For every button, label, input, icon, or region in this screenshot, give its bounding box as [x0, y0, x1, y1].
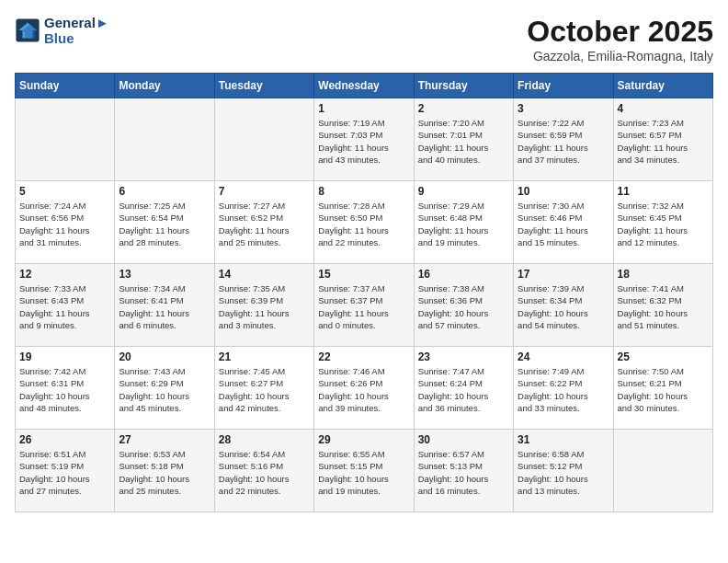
calendar-cell: 27Sunrise: 6:53 AM Sunset: 5:18 PM Dayli…: [115, 430, 214, 512]
day-info: Sunrise: 7:42 AM Sunset: 6:31 PM Dayligh…: [19, 365, 110, 414]
day-number: 11: [618, 185, 709, 198]
calendar-cell: [214, 98, 313, 181]
calendar-week-row: 12Sunrise: 7:33 AM Sunset: 6:43 PM Dayli…: [16, 264, 713, 347]
calendar-cell: 5Sunrise: 7:24 AM Sunset: 6:56 PM Daylig…: [16, 181, 115, 264]
logo: General► Blue: [15, 15, 109, 46]
calendar-cell: 4Sunrise: 7:23 AM Sunset: 6:57 PM Daylig…: [613, 98, 712, 181]
day-number: 19: [19, 350, 110, 363]
title-block: October 2025 Gazzola, Emilia-Romagna, It…: [527, 15, 713, 63]
day-number: 29: [318, 433, 409, 446]
day-info: Sunrise: 6:57 AM Sunset: 5:13 PM Dayligh…: [418, 448, 509, 497]
day-info: Sunrise: 7:35 AM Sunset: 6:39 PM Dayligh…: [219, 282, 310, 331]
day-info: Sunrise: 7:45 AM Sunset: 6:27 PM Dayligh…: [219, 365, 310, 414]
month-title: October 2025: [527, 15, 713, 49]
day-info: Sunrise: 7:24 AM Sunset: 6:56 PM Dayligh…: [19, 200, 110, 248]
calendar-cell: 18Sunrise: 7:41 AM Sunset: 6:32 PM Dayli…: [613, 264, 712, 347]
calendar-cell: 30Sunrise: 6:57 AM Sunset: 5:13 PM Dayli…: [414, 430, 513, 512]
day-number: 26: [19, 433, 110, 446]
calendar-cell: [613, 430, 712, 512]
column-header-tuesday: Tuesday: [214, 74, 313, 98]
day-info: Sunrise: 7:23 AM Sunset: 6:57 PM Dayligh…: [618, 117, 709, 166]
calendar-body: 1Sunrise: 7:19 AM Sunset: 7:03 PM Daylig…: [16, 98, 713, 512]
calendar-cell: 2Sunrise: 7:20 AM Sunset: 7:01 PM Daylig…: [414, 98, 513, 181]
day-number: 9: [418, 185, 509, 198]
day-info: Sunrise: 7:38 AM Sunset: 6:36 PM Dayligh…: [418, 282, 509, 331]
calendar-cell: 9Sunrise: 7:29 AM Sunset: 6:48 PM Daylig…: [414, 181, 513, 264]
day-info: Sunrise: 7:28 AM Sunset: 6:50 PM Dayligh…: [318, 200, 409, 248]
calendar-cell: 24Sunrise: 7:49 AM Sunset: 6:22 PM Dayli…: [514, 347, 613, 430]
day-number: 13: [119, 268, 210, 281]
calendar-cell: 22Sunrise: 7:46 AM Sunset: 6:26 PM Dayli…: [314, 347, 414, 430]
day-info: Sunrise: 7:50 AM Sunset: 6:21 PM Dayligh…: [618, 365, 709, 414]
calendar-cell: 11Sunrise: 7:32 AM Sunset: 6:45 PM Dayli…: [613, 181, 712, 264]
day-info: Sunrise: 7:47 AM Sunset: 6:24 PM Dayligh…: [418, 365, 509, 414]
calendar-cell: 12Sunrise: 7:33 AM Sunset: 6:43 PM Dayli…: [16, 264, 115, 347]
day-info: Sunrise: 7:43 AM Sunset: 6:29 PM Dayligh…: [119, 365, 210, 414]
day-info: Sunrise: 7:27 AM Sunset: 6:52 PM Dayligh…: [219, 200, 310, 248]
day-number: 12: [19, 268, 110, 281]
day-info: Sunrise: 7:32 AM Sunset: 6:45 PM Dayligh…: [618, 200, 709, 248]
day-info: Sunrise: 7:46 AM Sunset: 6:26 PM Dayligh…: [318, 365, 409, 414]
column-header-friday: Friday: [514, 74, 613, 98]
calendar-cell: 10Sunrise: 7:30 AM Sunset: 6:46 PM Dayli…: [514, 181, 613, 264]
calendar-cell: 15Sunrise: 7:37 AM Sunset: 6:37 PM Dayli…: [314, 264, 414, 347]
location: Gazzola, Emilia-Romagna, Italy: [527, 49, 713, 63]
day-info: Sunrise: 7:49 AM Sunset: 6:22 PM Dayligh…: [518, 365, 609, 414]
day-info: Sunrise: 7:30 AM Sunset: 6:46 PM Dayligh…: [518, 200, 609, 248]
calendar-cell: 1Sunrise: 7:19 AM Sunset: 7:03 PM Daylig…: [314, 98, 414, 181]
calendar-cell: 20Sunrise: 7:43 AM Sunset: 6:29 PM Dayli…: [115, 347, 214, 430]
day-number: 3: [518, 102, 609, 115]
day-info: Sunrise: 6:58 AM Sunset: 5:12 PM Dayligh…: [518, 448, 609, 497]
day-info: Sunrise: 7:39 AM Sunset: 6:34 PM Dayligh…: [518, 282, 609, 331]
day-number: 7: [219, 185, 310, 198]
column-header-saturday: Saturday: [613, 74, 712, 98]
calendar-cell: 21Sunrise: 7:45 AM Sunset: 6:27 PM Dayli…: [214, 347, 313, 430]
day-number: 18: [618, 268, 709, 281]
calendar-cell: 17Sunrise: 7:39 AM Sunset: 6:34 PM Dayli…: [514, 264, 613, 347]
day-number: 6: [119, 185, 210, 198]
day-number: 1: [318, 102, 409, 115]
calendar-cell: 19Sunrise: 7:42 AM Sunset: 6:31 PM Dayli…: [16, 347, 115, 430]
day-info: Sunrise: 7:33 AM Sunset: 6:43 PM Dayligh…: [19, 282, 110, 331]
day-number: 21: [219, 350, 310, 363]
calendar-week-row: 1Sunrise: 7:19 AM Sunset: 7:03 PM Daylig…: [16, 98, 713, 181]
column-header-sunday: Sunday: [16, 74, 115, 98]
calendar-cell: 13Sunrise: 7:34 AM Sunset: 6:41 PM Dayli…: [115, 264, 214, 347]
calendar-cell: 26Sunrise: 6:51 AM Sunset: 5:19 PM Dayli…: [16, 430, 115, 512]
calendar-header-row: SundayMondayTuesdayWednesdayThursdayFrid…: [16, 74, 713, 98]
day-info: Sunrise: 6:51 AM Sunset: 5:19 PM Dayligh…: [19, 448, 110, 497]
day-info: Sunrise: 6:55 AM Sunset: 5:15 PM Dayligh…: [318, 448, 409, 497]
day-info: Sunrise: 6:53 AM Sunset: 5:18 PM Dayligh…: [119, 448, 210, 497]
day-info: Sunrise: 7:20 AM Sunset: 7:01 PM Dayligh…: [418, 117, 509, 166]
day-info: Sunrise: 7:22 AM Sunset: 6:59 PM Dayligh…: [518, 117, 609, 166]
day-info: Sunrise: 7:19 AM Sunset: 7:03 PM Dayligh…: [318, 117, 409, 166]
logo-text: General► Blue: [44, 15, 109, 46]
calendar-cell: 31Sunrise: 6:58 AM Sunset: 5:12 PM Dayli…: [514, 430, 613, 512]
day-info: Sunrise: 6:54 AM Sunset: 5:16 PM Dayligh…: [219, 448, 310, 497]
page-header: General► Blue October 2025 Gazzola, Emil…: [15, 15, 713, 63]
calendar-cell: 16Sunrise: 7:38 AM Sunset: 6:36 PM Dayli…: [414, 264, 513, 347]
day-number: 25: [618, 350, 709, 363]
day-number: 22: [318, 350, 409, 363]
day-number: 30: [418, 433, 509, 446]
day-info: Sunrise: 7:41 AM Sunset: 6:32 PM Dayligh…: [618, 282, 709, 331]
column-header-wednesday: Wednesday: [314, 74, 414, 98]
day-info: Sunrise: 7:29 AM Sunset: 6:48 PM Dayligh…: [418, 200, 509, 248]
calendar-cell: [16, 98, 115, 181]
day-info: Sunrise: 7:34 AM Sunset: 6:41 PM Dayligh…: [119, 282, 210, 331]
column-header-monday: Monday: [115, 74, 214, 98]
calendar-cell: 14Sunrise: 7:35 AM Sunset: 6:39 PM Dayli…: [214, 264, 313, 347]
calendar-cell: 7Sunrise: 7:27 AM Sunset: 6:52 PM Daylig…: [214, 181, 313, 264]
day-number: 14: [219, 268, 310, 281]
day-number: 17: [518, 268, 609, 281]
day-number: 23: [418, 350, 509, 363]
calendar-week-row: 5Sunrise: 7:24 AM Sunset: 6:56 PM Daylig…: [16, 181, 713, 264]
day-number: 31: [518, 433, 609, 446]
day-number: 4: [618, 102, 709, 115]
calendar-cell: 25Sunrise: 7:50 AM Sunset: 6:21 PM Dayli…: [613, 347, 712, 430]
day-number: 27: [119, 433, 210, 446]
day-number: 15: [318, 268, 409, 281]
day-info: Sunrise: 7:25 AM Sunset: 6:54 PM Dayligh…: [119, 200, 210, 248]
day-number: 2: [418, 102, 509, 115]
calendar-cell: 23Sunrise: 7:47 AM Sunset: 6:24 PM Dayli…: [414, 347, 513, 430]
